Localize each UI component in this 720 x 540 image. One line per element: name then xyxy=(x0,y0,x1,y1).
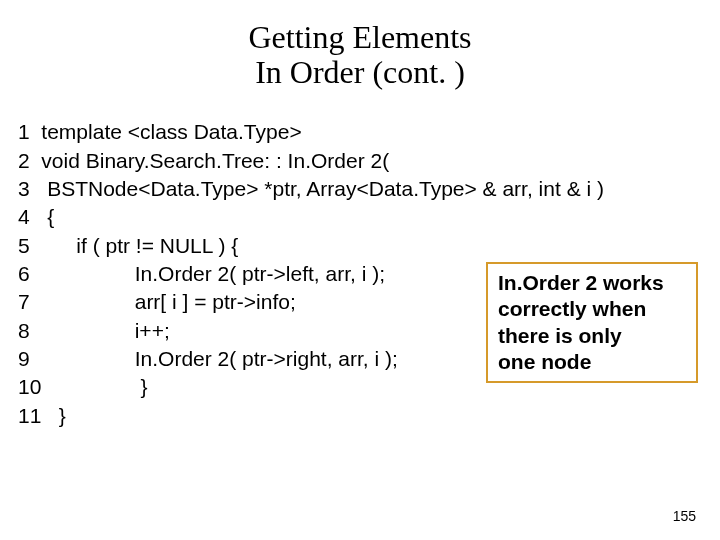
callout-line: one node xyxy=(498,350,591,373)
slide-title: Getting Elements In Order (cont. ) xyxy=(0,20,720,90)
code-line: 1 template <class Data.Type> xyxy=(18,118,720,146)
code-line: 2 void Binary.Search.Tree: : In.Order 2( xyxy=(18,147,720,175)
title-line-2: In Order (cont. ) xyxy=(255,54,465,90)
code-line: 4 { xyxy=(18,203,720,231)
callout-line: correctly when xyxy=(498,297,646,320)
callout-box: In.Order 2 works correctly when there is… xyxy=(486,262,698,383)
code-line: 11 } xyxy=(18,402,720,430)
title-line-1: Getting Elements xyxy=(248,19,471,55)
callout-line: In.Order 2 works xyxy=(498,271,664,294)
callout-line: there is only xyxy=(498,324,622,347)
code-line: 5 if ( ptr != NULL ) { xyxy=(18,232,720,260)
code-line: 3 BSTNode<Data.Type> *ptr, Array<Data.Ty… xyxy=(18,175,720,203)
page-number: 155 xyxy=(673,508,696,524)
